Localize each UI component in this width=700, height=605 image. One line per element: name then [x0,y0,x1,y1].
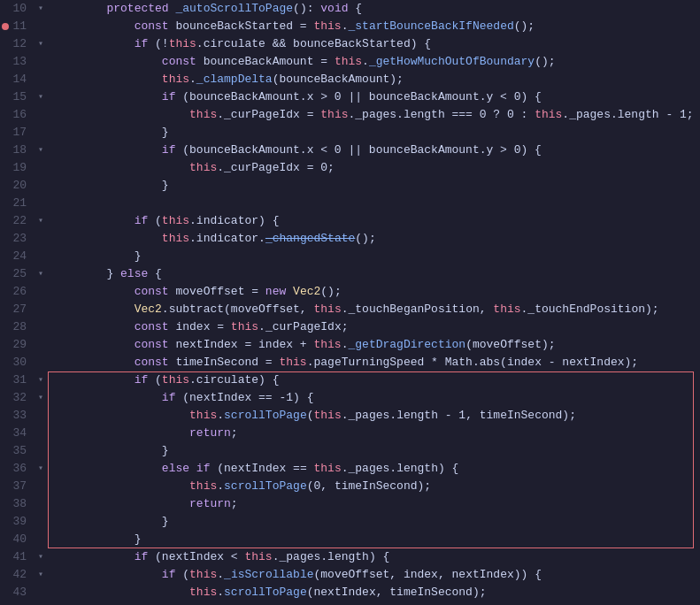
fold-arrow[interactable]: ▾ [34,265,48,283]
table-row: 10▾ protected _autoScrollToPage(): void … [0,0,700,18]
fold-arrow[interactable]: ▾ [34,88,48,106]
line-number: 10 [0,0,34,18]
line-number: 43 [0,584,34,601]
code-content: } [48,531,700,548]
line-number: 18 [0,142,34,159]
line-number: 39 [0,513,34,531]
line-number: 13 [0,53,34,71]
code-content: if (nextIndex < this._pages.length) { [48,548,700,566]
table-row: 44 return; [0,601,700,605]
fold-arrow[interactable] [34,354,48,371]
code-content: this._curPageIdx = 0; [48,159,700,177]
fold-arrow[interactable]: ▾ [34,460,48,478]
code-content: if (this._isScrollable(moveOffset, index… [48,566,700,584]
code-content: const index = this._curPageIdx; [48,318,700,336]
code-content: Vec2.subtract(moveOffset, this._touchBeg… [48,301,700,318]
table-row: 23 this.indicator._changedState(); [0,230,700,248]
fold-arrow[interactable] [34,53,48,71]
line-number: 30 [0,354,34,371]
code-content: const moveOffset = new Vec2(); [48,283,700,301]
fold-arrow[interactable] [34,531,48,548]
fold-arrow[interactable] [34,336,48,354]
fold-arrow[interactable]: ▾ [34,389,48,407]
code-content: const nextIndex = index + this._getDragD… [48,336,700,354]
fold-arrow[interactable] [34,106,48,124]
line-number: 44 [0,601,34,605]
code-content: if (nextIndex == -1) { [48,389,700,407]
fold-arrow[interactable] [34,301,48,318]
fold-arrow[interactable] [34,442,48,460]
fold-arrow[interactable] [34,495,48,513]
line-number: 25 [0,265,34,283]
table-row: 37 this.scrollToPage(0, timeInSecond); [0,478,700,495]
fold-arrow[interactable] [34,318,48,336]
line-number: 15 [0,88,34,106]
fold-arrow[interactable] [34,584,48,601]
fold-arrow[interactable] [34,283,48,301]
line-number: 12 [0,35,34,53]
table-row: 32▾ if (nextIndex == -1) { [0,389,700,407]
table-row: 13 const bounceBackAmount = this._getHow… [0,53,700,71]
table-row: 40 } [0,531,700,548]
code-content: return; [48,425,700,442]
code-content: this._clampDelta(bounceBackAmount); [48,71,700,88]
table-row: 21 [0,195,700,212]
code-content: return; [48,601,700,605]
line-number: 17 [0,124,34,142]
fold-arrow[interactable] [34,248,48,265]
fold-arrow[interactable] [34,177,48,195]
code-content: if (!this.circulate && bounceBackStarted… [48,35,700,53]
table-row: 31▾ if (this.circulate) { [0,371,700,389]
fold-arrow[interactable]: ▾ [34,35,48,53]
fold-arrow[interactable] [34,124,48,142]
line-number: 26 [0,283,34,301]
table-row: 20 } [0,177,700,195]
fold-arrow[interactable] [34,18,48,35]
code-content: const bounceBackAmount = this._getHowMuc… [48,53,700,71]
fold-arrow[interactable] [34,407,48,425]
code-content: this.indicator._changedState(); [48,230,700,248]
code-content: } [48,442,700,460]
fold-arrow[interactable] [34,230,48,248]
table-row: 29 const nextIndex = index + this._getDr… [0,336,700,354]
code-content: this.scrollToPage(this._pages.length - 1… [48,407,700,425]
table-row: 33 this.scrollToPage(this._pages.length … [0,407,700,425]
fold-arrow[interactable]: ▾ [34,0,48,18]
code-content: } [48,248,700,265]
fold-arrow[interactable]: ▾ [34,371,48,389]
code-content: if (bounceBackAmount.x > 0 || bounceBack… [48,88,700,106]
fold-arrow[interactable] [34,71,48,88]
table-row: 19 this._curPageIdx = 0; [0,159,700,177]
fold-arrow[interactable] [34,425,48,442]
fold-arrow[interactable]: ▾ [34,142,48,159]
fold-arrow[interactable]: ▾ [34,548,48,566]
line-number: 27 [0,301,34,318]
code-content: if (bounceBackAmount.x < 0 || bounceBack… [48,142,700,159]
table-row: 17 } [0,124,700,142]
line-number: 19 [0,159,34,177]
table-row: 24 } [0,248,700,265]
table-row: 42▾ if (this._isScrollable(moveOffset, i… [0,566,700,584]
code-content: this.scrollToPage(0, timeInSecond); [48,478,700,495]
line-number: 33 [0,407,34,425]
table-row: 27 Vec2.subtract(moveOffset, this._touch… [0,301,700,318]
line-number: 34 [0,425,34,442]
table-row: 35 } [0,442,700,460]
line-number: 35 [0,442,34,460]
code-content: this.scrollToPage(nextIndex, timeInSecon… [48,584,700,601]
code-content: else if (nextIndex == this._pages.length… [48,460,700,478]
line-number: 16 [0,106,34,124]
fold-arrow[interactable] [34,195,48,212]
fold-arrow[interactable] [34,601,48,605]
line-number: 40 [0,531,34,548]
fold-arrow[interactable]: ▾ [34,212,48,230]
fold-arrow[interactable]: ▾ [34,566,48,584]
fold-arrow[interactable] [34,513,48,531]
code-content: const timeInSecond = this.pageTurningSpe… [48,354,700,371]
fold-arrow[interactable] [34,159,48,177]
table-row: 15▾ if (bounceBackAmount.x > 0 || bounce… [0,88,700,106]
code-content: } else { [48,265,700,283]
fold-arrow[interactable] [34,478,48,495]
table-row: 25▾ } else { [0,265,700,283]
line-number: 22 [0,212,34,230]
